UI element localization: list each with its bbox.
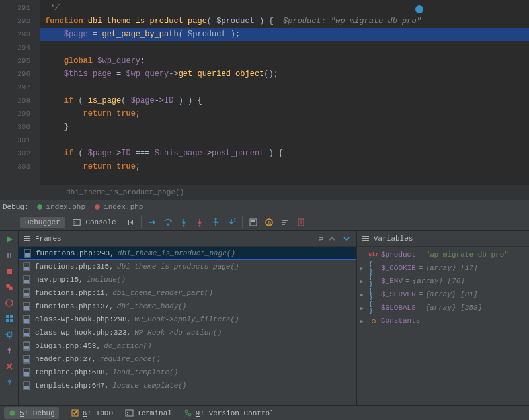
svg-text:I: I [233, 218, 236, 223]
variable-row[interactable]: ▸{ }$GLOBALS = {array} [258] [360, 301, 526, 314]
php-file-icon [22, 302, 32, 311]
settings-gear-button[interactable] [2, 327, 17, 342]
console-tab[interactable]: Console [67, 216, 122, 228]
step-over-icon[interactable] [161, 215, 175, 230]
force-step-into-icon[interactable] [192, 215, 207, 230]
variable-row[interactable]: ▸{ }$_ENV = {array} [76] [360, 274, 526, 288]
view-breakpoints-button[interactable] [2, 280, 17, 294]
frame-down-button[interactable] [341, 233, 352, 245]
settings-icon[interactable] [294, 215, 308, 230]
frame-item[interactable]: template.php:688, load_template() [19, 366, 356, 379]
variables-title: Variables [374, 235, 413, 243]
frame-item[interactable]: class-wp-hook.php:323, WP_Hook->do_actio… [19, 326, 356, 339]
array-icon: { } [369, 290, 378, 299]
sort-icon[interactable] [278, 215, 292, 230]
line-number: 291 [0, 1, 30, 15]
terminal-icon [125, 409, 134, 417]
variable-row[interactable]: ▸{ }$_COOKIE = {array} [17] [360, 261, 526, 274]
expand-toggle[interactable]: ▸ [360, 264, 366, 273]
todo-tool-button[interactable]: 6: TODO [71, 409, 113, 417]
mute-breakpoints-button[interactable] [2, 296, 17, 310]
pause-button[interactable] [2, 248, 17, 263]
line-number: 301 [0, 134, 30, 147]
php-file-icon [22, 341, 32, 351]
svg-point-21 [7, 333, 11, 337]
svg-point-6 [214, 218, 216, 220]
svg-rect-13 [7, 269, 12, 274]
terminal-tool-button[interactable]: Terminal [125, 409, 172, 417]
vcs-tool-button[interactable]: 9: Version Control [184, 409, 274, 417]
thread-selector-icon[interactable]: ⇄ [319, 234, 323, 243]
svg-rect-25 [24, 240, 30, 241]
php-file-icon [22, 275, 32, 284]
layout-button[interactable] [2, 312, 17, 326]
svg-point-5 [198, 225, 200, 227]
frame-list[interactable]: functions.php:293, dbi_theme_is_product_… [19, 247, 356, 405]
frame-item[interactable]: functions.php:137, dbi_theme_body() [19, 300, 356, 313]
breadcrumb[interactable]: dbi_theme_is_product_page() [0, 185, 529, 200]
close-button[interactable] [2, 359, 17, 374]
svg-point-16 [6, 300, 13, 306]
expand-toggle[interactable]: ▸ [360, 304, 366, 312]
code-area[interactable]: */ function dbi_theme_is_product_page( $… [40, 0, 529, 185]
svg-point-51 [10, 411, 15, 416]
frame-item[interactable]: plugin.php:453, do_action() [19, 339, 356, 353]
variable-list[interactable]: str$product = "wp-migrate-db-pro"▸{ }$_C… [357, 247, 529, 405]
vcs-icon [184, 409, 192, 417]
output-toggle-icon[interactable] [123, 215, 138, 230]
code-text: */ [45, 3, 60, 13]
frame-item[interactable]: header.php:27, require_once() [19, 353, 356, 366]
resume-button[interactable] [2, 232, 17, 247]
variable-row[interactable]: ▸{ }$_SERVER = {array} [81] [360, 288, 526, 301]
debugger-tab[interactable]: Debugger [20, 217, 65, 228]
svg-rect-8 [250, 219, 257, 226]
run-config-tab[interactable]: index.php [93, 203, 143, 211]
php-file-icon [22, 262, 32, 271]
debug-tool-button[interactable]: 5: Debug [4, 407, 59, 419]
svg-rect-9 [251, 220, 255, 222]
variable-row[interactable]: ▸◯Constants [360, 314, 526, 327]
svg-rect-39 [24, 333, 29, 336]
php-file-icon [22, 381, 32, 390]
frame-up-button[interactable] [326, 233, 338, 245]
gutter: 291 292 293 294 295 296 297 298 299 300 … [0, 0, 40, 185]
debug-left-rail: ? [0, 231, 19, 405]
frame-item[interactable]: functions.php:293, dbi_theme_is_product_… [19, 247, 356, 260]
line-number: 294 [0, 41, 30, 54]
frame-item[interactable]: nav.php:15, include() [19, 273, 356, 286]
debug-header: Debug: index.php index.php [0, 200, 529, 214]
bug-icon [8, 409, 17, 417]
help-button[interactable]: ? [2, 375, 17, 390]
frame-item[interactable]: functions.php:315, dbi_theme_is_products… [19, 260, 356, 273]
php-file-icon [22, 368, 32, 377]
frame-item[interactable]: template.php:647, locate_template() [19, 379, 356, 392]
array-icon: { } [369, 276, 378, 286]
expand-toggle[interactable]: ▸ [360, 290, 366, 299]
show-execution-point-icon[interactable] [145, 215, 159, 230]
expand-toggle[interactable]: ▸ [360, 317, 366, 325]
line-number: 303 [0, 160, 30, 173]
php-file-icon [22, 315, 32, 324]
constant-icon: ◯ [369, 316, 378, 325]
run-config-tab[interactable]: index.php [36, 203, 85, 211]
svg-rect-35 [24, 306, 29, 310]
expand-toggle[interactable]: ▸ [360, 277, 366, 286]
current-exec-line: $page = get_page_by_path( $product ); [40, 28, 529, 41]
svg-point-0 [37, 204, 42, 210]
pin-button[interactable] [2, 343, 17, 358]
svg-rect-43 [24, 359, 29, 362]
run-to-cursor-icon[interactable]: I [224, 215, 239, 230]
variable-row[interactable]: str$product = "wp-migrate-db-pro" [360, 248, 526, 261]
svg-point-54 [185, 410, 188, 413]
evaluate-expression-icon[interactable] [246, 215, 261, 230]
stop-button[interactable] [2, 264, 17, 278]
frame-item[interactable]: functions.php:11, dbi_theme_render_part(… [19, 286, 356, 300]
array-icon: { } [369, 263, 378, 273]
frame-item[interactable]: class-wp-hook.php:298, WP_Hook->apply_fi… [19, 313, 356, 326]
step-into-icon[interactable] [177, 215, 191, 230]
trace-icon[interactable]: @ [262, 215, 276, 230]
analysis-indicator-icon[interactable] [415, 5, 423, 13]
step-out-icon[interactable] [208, 215, 223, 230]
breakpoint-line[interactable]: 293 [0, 28, 30, 41]
svg-point-55 [188, 413, 191, 416]
